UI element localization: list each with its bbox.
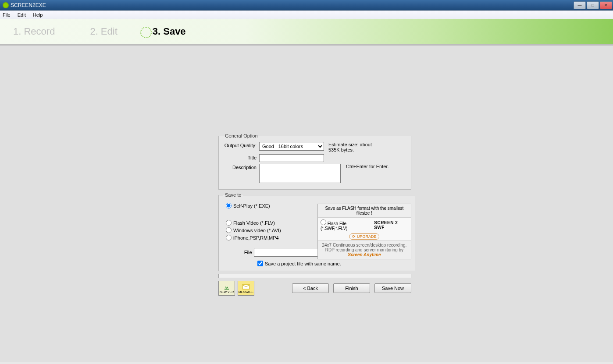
step-edit[interactable]: 2. Edit bbox=[90, 26, 117, 37]
content-area: General Option Output Quality: Good - 16… bbox=[0, 46, 613, 362]
quality-select[interactable]: Good - 16bit colors bbox=[259, 142, 324, 151]
title-input[interactable] bbox=[259, 154, 324, 162]
minimize-button[interactable]: — bbox=[574, 1, 586, 9]
steps-banner: 1. Record 2. Edit 3. Save bbox=[0, 19, 613, 46]
save-now-button[interactable]: Save Now bbox=[374, 283, 411, 293]
menu-file[interactable]: File bbox=[3, 12, 11, 18]
file-label: File bbox=[241, 250, 252, 255]
app-title: SCREEN2EXE bbox=[11, 2, 46, 8]
menu-help[interactable]: Help bbox=[33, 12, 43, 18]
new-version-button[interactable]: NEW VER bbox=[218, 281, 235, 296]
description-hint: Ctrl+Enter for Enter. bbox=[346, 164, 389, 169]
screen2swf-logo: SCREEN 2 SWF bbox=[374, 220, 408, 230]
back-button[interactable]: < Back bbox=[292, 283, 329, 293]
finish-button[interactable]: Finish bbox=[333, 283, 370, 293]
description-input[interactable] bbox=[259, 164, 341, 183]
promo-headline: Save as FLASH format with the smallest f… bbox=[318, 204, 411, 218]
general-option-group: General Option Output Quality: Good - 16… bbox=[218, 133, 411, 190]
step-record[interactable]: 1. Record bbox=[13, 26, 55, 37]
close-button[interactable]: ✕ bbox=[600, 1, 612, 9]
save-project-checkbox[interactable] bbox=[257, 261, 263, 266]
title-bar: SCREEN2EXE — □ ✕ bbox=[0, 0, 613, 11]
screen-anytime-logo[interactable]: Screen Anytime bbox=[348, 252, 381, 257]
step-save: 3. Save bbox=[153, 26, 186, 37]
title-label: Title bbox=[223, 154, 257, 160]
svg-rect-0 bbox=[225, 289, 229, 290]
download-icon bbox=[222, 283, 231, 290]
description-label: Description bbox=[223, 164, 257, 170]
save-to-group: Save to Self-Play (*.EXE) Flash Video (*… bbox=[218, 192, 415, 271]
upgrade-button[interactable]: ⟳ UPGRADE bbox=[349, 233, 379, 240]
menu-bar: File Edit Help bbox=[0, 11, 613, 19]
estimate-size: Estimate size: about 535K bytes. bbox=[328, 142, 381, 152]
promo-description: 24x7 Continuous screen/desktop recording… bbox=[322, 243, 406, 252]
maximize-button[interactable]: □ bbox=[587, 1, 599, 9]
general-legend: General Option bbox=[223, 133, 260, 138]
mail-icon bbox=[242, 283, 250, 290]
menu-edit[interactable]: Edit bbox=[18, 12, 26, 18]
message-button[interactable]: MESSAGE bbox=[238, 281, 254, 296]
saveto-legend: Save to bbox=[223, 192, 243, 198]
quality-label: Output Quality: bbox=[223, 142, 257, 148]
progress-bar bbox=[218, 274, 411, 278]
save-project-label: Save a project file with same name. bbox=[265, 261, 341, 266]
app-icon bbox=[3, 2, 9, 8]
promo-box: Save as FLASH format with the smallest f… bbox=[317, 204, 411, 259]
radio-flash-file[interactable]: Flash File (*.SWF,*.FLV) bbox=[321, 219, 372, 231]
